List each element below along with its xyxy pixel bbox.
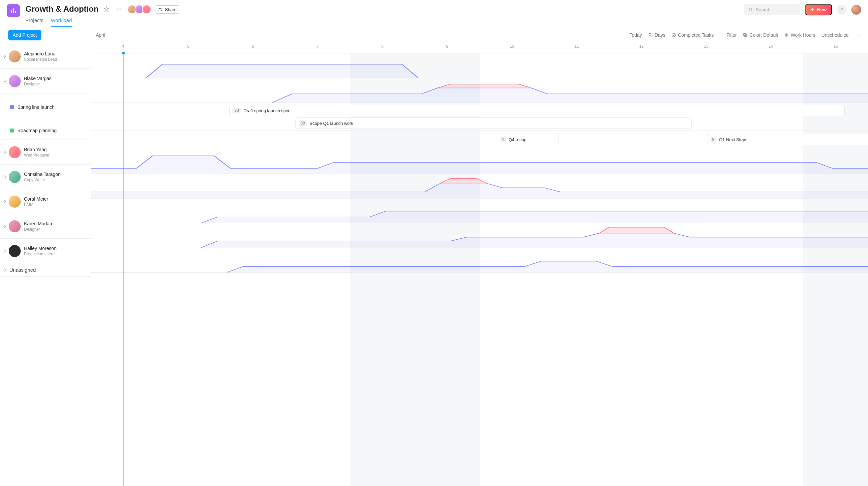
project-task-row: 4 Q4 recap 8 Q1 Next Steps xyxy=(91,131,868,149)
tab-workload[interactable]: Workload xyxy=(51,16,72,27)
task-card[interactable]: 30 Scope Q1 launch work xyxy=(296,118,692,129)
date-cell[interactable]: 7 xyxy=(285,44,350,53)
svg-point-27 xyxy=(860,34,861,35)
workload-row xyxy=(91,248,868,273)
more-icon[interactable] xyxy=(115,5,123,13)
svg-point-25 xyxy=(857,34,858,35)
chevron-right-icon[interactable] xyxy=(3,200,7,203)
task-badge: 20 xyxy=(232,107,241,114)
person-row[interactable]: Coral Meier PMM xyxy=(0,189,91,214)
person-row[interactable]: Hailey Moreson Production Intern xyxy=(0,239,91,263)
person-row[interactable]: Christina Taragon Copy Writer xyxy=(0,165,91,189)
unassigned-label: Unassigned xyxy=(9,267,36,273)
avatar xyxy=(9,220,21,232)
chevron-right-icon[interactable] xyxy=(3,151,7,154)
person-row[interactable]: Karen Madan Designer xyxy=(0,214,91,239)
svg-line-10 xyxy=(751,10,752,11)
collaborator-avatars[interactable] xyxy=(129,5,151,14)
svg-rect-0 xyxy=(11,10,12,13)
avatar xyxy=(9,51,21,62)
person-name: Hailey Moreson xyxy=(24,246,56,251)
task-card[interactable]: 8 Q1 Next Steps xyxy=(707,134,868,145)
svg-rect-1 xyxy=(13,8,14,13)
filter-icon xyxy=(720,33,724,37)
project-chip xyxy=(10,129,14,132)
color-button[interactable]: Color: Default xyxy=(743,32,778,38)
date-cell[interactable]: 5 xyxy=(156,44,221,53)
person-name: Coral Meier xyxy=(24,196,48,202)
chevron-down-icon[interactable] xyxy=(3,79,7,83)
toolbar-more-icon[interactable] xyxy=(855,32,863,38)
svg-rect-2 xyxy=(15,11,16,13)
timeline-toolbar: April Today Days Completed Tasks Filter … xyxy=(91,26,868,44)
date-cell[interactable]: 6 xyxy=(221,44,285,53)
unscheduled-button[interactable]: Unscheduled xyxy=(821,32,849,38)
magnify-icon xyxy=(648,33,653,37)
project-subrow[interactable]: Spring line launch xyxy=(0,94,91,121)
avatar xyxy=(9,171,21,183)
workload-chart xyxy=(91,174,868,198)
svg-point-4 xyxy=(116,9,117,10)
svg-marker-3 xyxy=(104,7,109,12)
workload-chart xyxy=(91,78,868,102)
search-placeholder: Search... xyxy=(755,7,774,12)
month-label: April xyxy=(94,32,105,38)
avatar[interactable] xyxy=(142,5,151,14)
filter-button[interactable]: Filter xyxy=(720,32,737,38)
project-subrow[interactable]: Roadmap planning xyxy=(0,121,91,140)
person-row[interactable]: Alejandro Luna Social Media Lead xyxy=(0,44,91,69)
task-badge: 4 xyxy=(500,136,506,142)
workload-row xyxy=(91,78,868,103)
chevron-right-icon[interactable] xyxy=(3,268,7,272)
unassigned-row[interactable]: Unassigned xyxy=(0,263,91,277)
new-button[interactable]: New xyxy=(805,4,832,15)
task-card[interactable]: 20 Draft spring launch spec xyxy=(229,105,845,116)
date-cell[interactable]: 9 xyxy=(415,44,480,53)
date-cell[interactable]: 12 xyxy=(609,44,674,53)
completed-tasks-toggle[interactable]: Completed Tasks xyxy=(671,32,714,38)
workload-row xyxy=(91,223,868,248)
zoom-days-button[interactable]: Days xyxy=(648,32,665,38)
person-role: Designer xyxy=(24,227,52,232)
date-cell[interactable]: 10 xyxy=(480,44,545,53)
chevron-right-icon[interactable] xyxy=(3,175,7,179)
current-user-avatar[interactable] xyxy=(851,5,861,15)
chevron-right-icon[interactable] xyxy=(3,225,7,228)
star-icon[interactable] xyxy=(102,5,111,13)
task-card[interactable]: 4 Q4 recap xyxy=(497,134,559,145)
date-cell[interactable]: 13 xyxy=(674,44,739,53)
chevron-right-icon[interactable] xyxy=(3,55,7,58)
date-cell[interactable]: 8 xyxy=(350,44,415,53)
tab-projects[interactable]: Projects xyxy=(25,16,43,27)
svg-point-8 xyxy=(161,8,162,9)
plus-icon xyxy=(810,7,815,12)
svg-rect-19 xyxy=(743,33,745,35)
tabs: Projects Workload xyxy=(25,16,180,27)
date-cell[interactable]: 15 xyxy=(803,44,868,53)
avatar xyxy=(9,245,21,257)
person-row[interactable]: Brian Yang Web Producer xyxy=(0,140,91,165)
task-label: Q1 Next Steps xyxy=(719,137,747,142)
today-button[interactable]: Today xyxy=(629,32,642,38)
project-icon xyxy=(7,4,20,18)
new-label: New xyxy=(817,7,827,12)
timeline: April Today Days Completed Tasks Filter … xyxy=(91,26,868,486)
workload-row xyxy=(91,174,868,199)
workload-chart xyxy=(91,248,868,272)
chevron-right-icon[interactable] xyxy=(3,249,7,253)
task-badge: 8 xyxy=(710,136,716,142)
search-input[interactable]: Search... xyxy=(744,4,800,15)
svg-point-13 xyxy=(649,33,651,36)
share-button[interactable]: Share xyxy=(155,5,180,14)
help-button[interactable]: ? xyxy=(837,5,847,15)
date-cell[interactable]: 11 xyxy=(544,44,609,53)
search-icon xyxy=(748,7,753,12)
svg-point-9 xyxy=(749,8,752,11)
add-project-button[interactable]: Add Project xyxy=(8,30,41,40)
work-hours-button[interactable]: Work Hours xyxy=(784,32,815,38)
date-cell[interactable]: 4 xyxy=(91,44,156,53)
svg-point-5 xyxy=(118,9,119,10)
workload-row xyxy=(91,199,868,223)
date-cell[interactable]: 14 xyxy=(739,44,803,53)
person-row[interactable]: Blake Vargas Designer xyxy=(0,69,91,94)
